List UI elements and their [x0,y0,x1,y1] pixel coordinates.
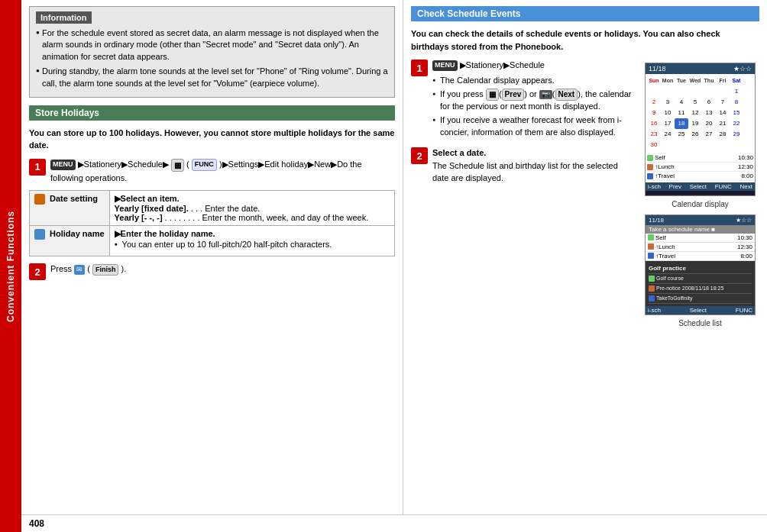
holiday-icon [34,229,45,240]
cal-row-6: 30 [647,140,753,150]
date-line-2: Yearly [fixed date]. . . . Enter the dat… [115,204,390,213]
check-schedule-header: Check Schedule Events [411,6,759,21]
finish-key: Finish [92,264,119,276]
cal-cell [702,86,716,97]
cal-footer-select: Select [690,183,707,190]
sched-lunch-icon [648,243,654,250]
press-label: Press [50,264,74,273]
sched-list-date: 11/18 [649,217,664,224]
date-setting-content: ▶Select an item. Yearly [fixed date]. . … [109,191,394,226]
cal-header-thu: Thu [702,76,716,86]
date-setting-cell: Date setting [30,191,110,226]
cal-cell: 24 [661,129,675,140]
schedule-list-caption: Schedule list [641,319,759,327]
step-2-row: 2 Press ✉ ( Finish ). [29,263,395,280]
cal-cell: 4 [675,97,688,108]
cal-row-1: 1 [647,86,753,97]
info-box: Information For the schedule event store… [29,6,395,98]
sidebar-label: Convenient Functions [5,211,16,322]
cal-cell: 28 [716,129,730,140]
sched-list-screen: 11/18 ★☆☆ Take a schedule name ■ Self 10… [645,214,756,315]
holiday-name-cell: Holiday name [30,226,110,256]
check-step-2-content: Select a date. The Schedule list and bir… [432,147,635,185]
info-bullet-1: For the schedule event stored as secret … [36,27,388,63]
cal-row-5: 23 24 25 26 27 28 29 [647,129,753,140]
cal-cell: 21 [716,118,730,129]
step-1-content: MENU ▶Stationery▶Schedule▶ ▦ ( FUNC )▶Se… [50,158,395,184]
cal-cell: 20 [702,118,716,129]
check-schedule-body: You can check the details of schedule ev… [411,27,759,53]
check-schedule-content: 1 MENU ▶Stationery▶Schedule The Calendar… [411,59,759,327]
main-content: Information For the schedule event store… [21,0,767,532]
table-row-holiday: Holiday name ▶Enter the holiday name. Yo… [30,226,395,256]
mail-key: ✉ [74,265,85,276]
calendar-screen: 11/18 ★☆☆ Sun Mon Tue Wed Thu [645,63,756,196]
cal-cell: 29 [730,129,743,140]
next-label: Next [555,89,578,101]
cal-event-lunch: ↑Lunch 12:30 [647,163,753,172]
check-step-2-num: 2 [411,147,428,164]
date-icon [34,194,45,205]
cal-cell: 9 [647,108,661,118]
step-1-row: 1 MENU ▶Stationery▶Schedule▶ ▦ ( FUNC )▶… [29,158,395,184]
store-holidays-body: You can store up to 100 holidays. Howeve… [29,127,395,152]
check-bullet-3: If you receive a weather forecast for we… [432,114,635,138]
cal-status: ★☆☆ [733,65,752,73]
right-column: Check Schedule Events You can check the … [403,0,767,514]
cal-cell: 19 [688,118,702,129]
cal-header-row: Sun Mon Tue Wed Thu Fri Sat [647,76,753,86]
cal-cell: 14 [716,108,730,118]
sched-list-events: Self 10:30 ↑Lunch 12:30 [646,234,755,261]
check-schedule-steps: 1 MENU ▶Stationery▶Schedule The Calendar… [411,59,635,327]
cal-cell: 15 [730,108,743,118]
cal-row-3: 9 10 11 12 13 14 15 [647,108,753,118]
sched-list-item-travel: ↑Travel 8:00 [646,252,755,261]
cal-cell: 26 [688,129,702,140]
func-key: FUNC [192,159,217,171]
check-menu-key: MENU [432,60,458,71]
calendar-screenshot: 11/18 ★☆☆ Sun Mon Tue Wed Thu [641,63,759,208]
left-column: Information For the schedule event store… [21,0,403,514]
cal-cell: 8 [730,97,743,108]
sched-detail-take: TakeToGolfinity [649,294,752,304]
cal-cell: 2 [647,97,661,108]
prev-label: Prev [502,89,525,101]
cal-footer-func: FUNC [715,183,732,190]
calendar-grid: Sun Mon Tue Wed Thu Fri Sat [646,74,755,152]
cal-cell: 16 [647,118,661,129]
sched-detail-pre: Pre-notice 2008/11/18 18:25 [649,284,752,294]
sched-footer-isch: i-sch [648,307,661,314]
sched-list-item-lunch: ↑Lunch 12:30 [646,243,755,252]
menu-key: MENU [50,160,76,170]
event-travel-icon [647,173,653,179]
check-step-1-row: 1 MENU ▶Stationery▶Schedule The Calendar… [411,59,635,140]
event-self-icon [647,155,653,161]
sched-travel-icon [648,253,654,259]
check-step-1-bullets: The Calendar display appears. If you pre… [432,75,635,139]
cal-header-sun: Sun [647,76,661,86]
cal-cell: 23 [647,129,661,140]
cal-cell: 22 [730,118,743,129]
columns: Information For the schedule event store… [21,0,767,514]
cal-row-2: 2 3 4 5 6 7 8 [647,97,753,108]
sched-footer-func: FUNC [736,307,752,314]
cal-header-mon: Mon [661,76,675,86]
calendar-caption: Calendar display [641,200,759,208]
store-holidays-header: Store Holidays [29,105,395,121]
screenshots-column: 11/18 ★☆☆ Sun Mon Tue Wed Thu [641,59,759,327]
cal-footer-isch: i-sch [648,183,661,190]
cal-cell: 12 [688,108,702,118]
cal-footer: i-sch Prev Select FUNC Next [646,182,755,191]
cal-cell: 13 [702,108,716,118]
cal-cell: 11 [675,108,688,118]
sched-detail-box: Golf practice Golf course Pre-notice 200… [646,261,755,306]
detail-travel-icon [649,295,655,301]
cal-event-list: Self 10:30 ↑Lunch 12:30 [646,152,755,182]
detail-self-icon [649,276,655,282]
step-1-num: 1 [29,159,46,176]
cal-cell: 1 [730,86,743,97]
cal-header-sat: Sat [730,76,743,86]
cal-cell: 6 [702,97,716,108]
cal-cell: 17 [661,118,675,129]
sched-list-status: ★☆☆ [736,217,752,224]
